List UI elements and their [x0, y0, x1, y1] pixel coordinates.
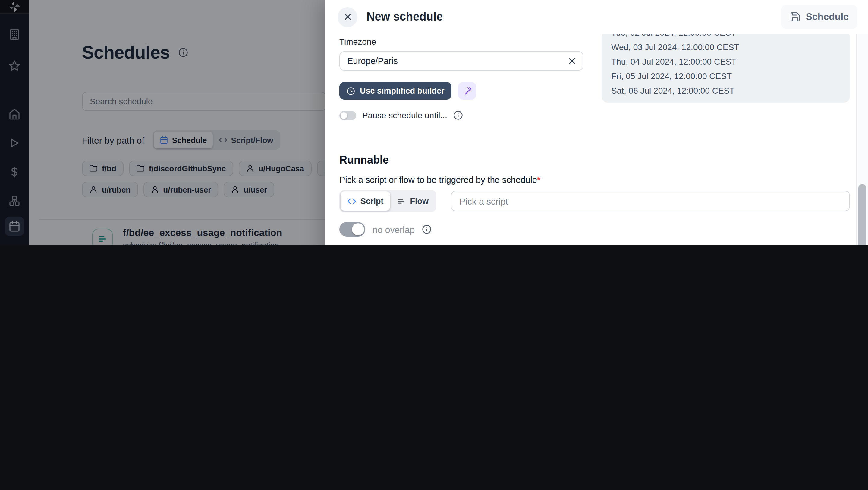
pause-schedule-toggle[interactable]: [339, 111, 356, 120]
wand-sparkles-icon: [463, 86, 472, 95]
drawer-scrollbar[interactable]: [856, 34, 868, 245]
runnable-heading: Runnable: [339, 154, 850, 167]
preview-time: Wed, 03 Jul 2024, 12:00:00 CEST: [611, 40, 840, 54]
drawer-title: New schedule: [367, 10, 781, 24]
modal-overlay[interactable]: [0, 0, 326, 245]
pick-script-input[interactable]: Pick a script: [451, 191, 850, 211]
runnable-description: Pick a script or flow to be triggered by…: [339, 175, 850, 185]
use-simplified-builder-button[interactable]: Use simplified builder: [339, 82, 452, 99]
save-icon: [789, 11, 801, 22]
pause-schedule-label: Pause schedule until...: [362, 110, 447, 120]
required-asterisk: *: [537, 175, 540, 185]
no-overlap-label: no overlap: [373, 224, 415, 234]
info-icon[interactable]: [422, 225, 432, 234]
timezone-input[interactable]: Europe/Paris: [339, 51, 584, 70]
close-icon: [343, 12, 352, 22]
script-tab[interactable]: Script: [341, 191, 390, 211]
close-button[interactable]: [338, 7, 358, 27]
drawer-header: New schedule Schedule: [326, 0, 868, 34]
preview-time: Tue, 02 Jul 2024, 12:00:00 CEST: [611, 34, 840, 40]
preview-time: Thu, 04 Jul 2024, 12:00:00 CEST: [611, 54, 840, 69]
clear-timezone-icon[interactable]: [567, 56, 577, 66]
ai-wand-button[interactable]: [458, 82, 476, 99]
info-icon[interactable]: [453, 110, 463, 120]
schedule-save-button[interactable]: Schedule: [781, 5, 857, 29]
app-root: Schedules Search schedule Filter by path…: [0, 0, 868, 245]
preview-time: Sat, 06 Jul 2024, 12:00:00 CEST: [611, 83, 840, 98]
code-icon: [347, 196, 356, 205]
drawer-body: Timezone Europe/Paris Use simplified bui…: [326, 34, 868, 245]
script-flow-toggle-group: Script Flow: [339, 190, 436, 212]
no-overlap-toggle[interactable]: [339, 222, 365, 236]
scrollbar-thumb[interactable]: [858, 184, 866, 245]
schedule-preview-times: Tue, 02 Jul 2024, 12:00:00 CESTWed, 03 J…: [601, 34, 850, 103]
timezone-label: Timezone: [339, 37, 584, 47]
new-schedule-drawer: New schedule Schedule Timezone Europe/Pa…: [326, 0, 868, 245]
flow-lines-icon: [397, 196, 406, 205]
preview-time: Fri, 05 Jul 2024, 12:00:00 CEST: [611, 69, 840, 83]
flow-tab[interactable]: Flow: [390, 191, 435, 211]
clock-icon: [347, 87, 355, 95]
